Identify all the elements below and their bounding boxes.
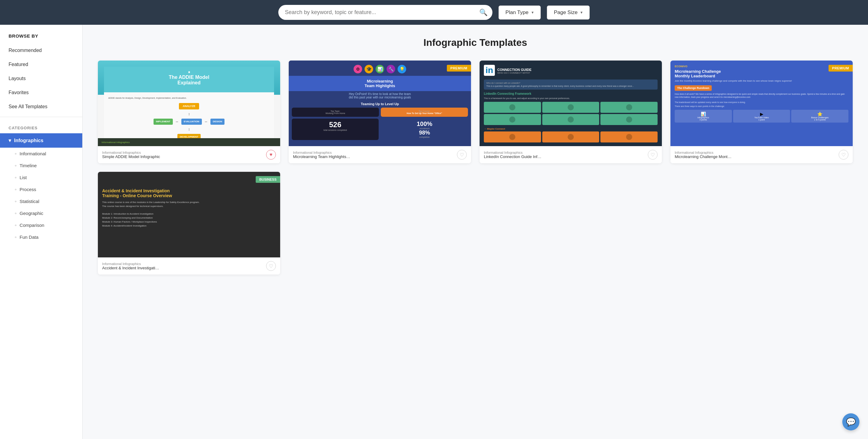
- template-card-microlearning[interactable]: PREMIUM ⚙ 🎓 📊 🔧 💡 MicrolearningTeam High…: [289, 61, 471, 163]
- template-footer-accident: Informational Infographics Accident & In…: [98, 257, 280, 275]
- template-category: Informational Infographics: [293, 151, 351, 154]
- sidebar-sub-comparison[interactable]: ○ Comparison: [0, 219, 82, 231]
- card-preview-linkedin: in CONNECTION GUIDE WHO DO I CONNECT WIT…: [479, 61, 662, 146]
- circle-icon: ○: [15, 200, 17, 203]
- template-footer-addie: Informational Infographics Simple ADDIE …: [98, 146, 280, 163]
- template-name: Microlearning Team Highlights I...: [293, 154, 351, 159]
- sidebar-sub-fun-data[interactable]: ○ Fun Data: [0, 231, 82, 243]
- sidebar-item-favorites[interactable]: Favorites: [0, 86, 82, 100]
- favorite-button-microlearning[interactable]: ♡: [457, 150, 467, 160]
- template-name: Microlearning Challenge Month...: [675, 154, 733, 159]
- template-footer-linkedin: Informational Infographics LinkedIn Conn…: [479, 146, 662, 163]
- page-size-button[interactable]: Page Size ▾: [547, 5, 590, 20]
- template-category: Informational Infographics: [102, 262, 160, 266]
- categories-title: CATEGORIES: [0, 120, 82, 133]
- card-preview-challenge: PREMIUM ECONIVO Microlearning ChallengeM…: [671, 61, 853, 146]
- circle-icon: ○: [15, 223, 17, 227]
- page-size-chevron-icon: ▾: [581, 10, 583, 15]
- sidebar-sub-list[interactable]: ○ List: [0, 171, 82, 183]
- card1-header: 🖥 The ADDIE ModelExplained: [104, 67, 274, 92]
- template-category: Informational Infographics: [675, 151, 733, 154]
- sidebar-sub-process[interactable]: ○ Process: [0, 183, 82, 195]
- search-button[interactable]: 🔍: [479, 8, 488, 17]
- template-thumb-accident: BUSINESS Accident & Incident Investigati…: [98, 172, 280, 257]
- plan-type-chevron-icon: ▾: [532, 10, 534, 15]
- template-name: Simple ADDIE Model Infographic: [102, 154, 160, 159]
- template-footer-challenge: Informational Infographics Microlearning…: [671, 146, 853, 163]
- favorite-button-challenge[interactable]: ♡: [839, 150, 848, 160]
- sidebar-item-layouts[interactable]: Layouts: [0, 71, 82, 86]
- circle-icon: ○: [15, 212, 17, 215]
- card-preview-accident: BUSINESS Accident & Incident Investigati…: [98, 172, 280, 257]
- template-card-addie[interactable]: 🖥 The ADDIE ModelExplained ADDIE stands …: [98, 61, 280, 163]
- card-preview-microlearning: PREMIUM ⚙ 🎓 📊 🔧 💡 MicrolearningTeam High…: [289, 61, 471, 146]
- sidebar-sub-timeline[interactable]: ○ Timeline: [0, 160, 82, 171]
- chat-icon: 💬: [846, 417, 856, 427]
- chevron-icon: ▾: [8, 137, 11, 144]
- search-wrapper: 🔍: [278, 5, 492, 20]
- template-name: Accident & Incident Investigation Traini…: [102, 266, 160, 270]
- template-card-accident[interactable]: BUSINESS Accident & Incident Investigati…: [98, 172, 280, 275]
- premium-badge: PREMIUM: [447, 65, 471, 71]
- template-thumb-challenge: PREMIUM ECONIVO Microlearning ChallengeM…: [671, 61, 853, 146]
- search-input[interactable]: [278, 5, 492, 20]
- category-label: Infographics: [14, 138, 43, 144]
- circle-icon: ○: [15, 176, 17, 179]
- template-thumb-microlearning: PREMIUM ⚙ 🎓 📊 🔧 💡 MicrolearningTeam High…: [289, 61, 471, 146]
- template-name: LinkedIn Connection Guide Info...: [484, 154, 542, 159]
- template-category: Informational Infographics: [484, 151, 542, 154]
- sidebar-item-featured[interactable]: Featured: [0, 58, 82, 71]
- sidebar-sub-statistical[interactable]: ○ Statistical: [0, 195, 82, 207]
- template-footer-microlearning: Informational Infographics Microlearning…: [289, 146, 471, 163]
- content-area: Infographic Templates 🖥 The ADDIE ModelE…: [83, 25, 868, 439]
- card-preview-addie: 🖥 The ADDIE ModelExplained ADDIE stands …: [98, 61, 280, 146]
- business-badge: BUSINESS: [256, 176, 280, 183]
- browse-by-title: BROWSE BY: [0, 25, 82, 43]
- template-thumb-linkedin: in CONNECTION GUIDE WHO DO I CONNECT WIT…: [479, 61, 662, 146]
- template-card-linkedin[interactable]: in CONNECTION GUIDE WHO DO I CONNECT WIT…: [479, 61, 662, 163]
- favorite-button-accident[interactable]: ♡: [266, 261, 276, 271]
- sidebar-item-recommended[interactable]: Recommended: [0, 43, 82, 58]
- sidebar-item-see-all[interactable]: See All Templates: [0, 100, 82, 114]
- search-icon: 🔍: [479, 8, 488, 16]
- template-category: Informational Infographics: [102, 151, 160, 154]
- sidebar: BROWSE BY Recommended Featured Layouts F…: [0, 25, 83, 439]
- page-size-label: Page Size: [554, 9, 578, 15]
- premium-badge-2: PREMIUM: [829, 65, 853, 71]
- sidebar-sub-informational[interactable]: ○ Informational: [0, 148, 82, 160]
- main-layout: BROWSE BY Recommended Featured Layouts F…: [0, 25, 868, 439]
- circle-icon: ○: [15, 152, 17, 155]
- template-thumb-addie: 🖥 The ADDIE ModelExplained ADDIE stands …: [98, 61, 280, 146]
- page-title: Infographic Templates: [98, 37, 853, 48]
- header: 🔍 Plan Type ▾ Page Size ▾: [0, 0, 868, 25]
- template-grid: 🖥 The ADDIE ModelExplained ADDIE stands …: [98, 61, 853, 275]
- chat-button[interactable]: 💬: [842, 413, 860, 431]
- plan-type-label: Plan Type: [505, 9, 528, 15]
- circle-icon: ○: [15, 164, 17, 167]
- favorite-button-linkedin[interactable]: ♡: [648, 150, 658, 160]
- template-card-challenge[interactable]: PREMIUM ECONIVO Microlearning ChallengeM…: [671, 61, 853, 163]
- circle-icon: ○: [15, 236, 17, 239]
- circle-icon: ○: [15, 188, 17, 191]
- plan-type-button[interactable]: Plan Type ▾: [499, 5, 541, 20]
- sidebar-sub-geographic[interactable]: ○ Geographic: [0, 207, 82, 219]
- favorite-button-addie[interactable]: ♥: [266, 150, 276, 160]
- sidebar-item-infographics[interactable]: ▾ Infographics: [0, 133, 82, 148]
- sidebar-divider: [0, 117, 82, 117]
